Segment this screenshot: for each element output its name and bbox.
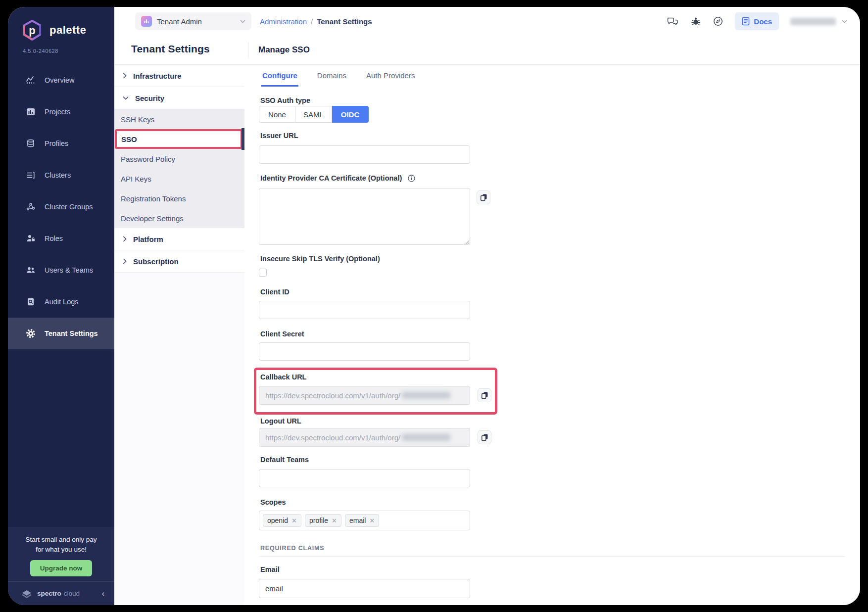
settings-item-developer-settings[interactable]: Developer Settings (114, 208, 244, 228)
scope-tag-label: profile (309, 517, 328, 524)
chat-icon[interactable] (667, 16, 679, 27)
default-teams-input[interactable] (259, 469, 470, 487)
tab-auth-providers[interactable]: Auth Providers (365, 65, 416, 87)
callback-url-placeholder: https://dev.spectrocloud.com/v1/auth/org… (265, 391, 400, 400)
sso-tabs: Configure Domains Auth Providers (261, 65, 416, 87)
scope-tag-label: openid (267, 517, 288, 524)
doc-search-icon (26, 297, 36, 307)
logout-url-input: https://dev.spectrocloud.com/v1/auth/org… (259, 428, 470, 447)
info-icon[interactable] (408, 175, 415, 182)
breadcrumb-separator: / (311, 17, 313, 26)
breadcrumb: Administration / Tenant Settings (260, 17, 372, 26)
copy-icon (481, 391, 488, 399)
ca-certificate-textarea[interactable] (259, 188, 470, 245)
skip-tls-label: Insecure Skip TLS Verify (Optional) (260, 255, 380, 263)
scope-tag-profile: profile✕ (305, 514, 341, 527)
settings-group-subscription[interactable]: Subscription (114, 250, 244, 273)
sidebar-item-users-teams[interactable]: Users & Teams (8, 254, 114, 286)
sidebar-item-label: Roles (45, 235, 63, 242)
scope-tag-label: email (349, 517, 366, 524)
scope-selector[interactable]: Tenant Admin (135, 12, 251, 30)
upgrade-now-button[interactable]: Upgrade now (30, 560, 93, 576)
settings-item-sso[interactable]: SSO (115, 129, 242, 149)
sidebar-item-roles[interactable]: Roles (8, 223, 114, 254)
manage-sso-panel: Configure Domains Auth Providers SSO Aut… (244, 65, 860, 605)
tenant-scope-icon (141, 16, 152, 27)
remove-tag-icon[interactable]: ✕ (291, 517, 297, 524)
docs-button[interactable]: Docs (735, 12, 779, 30)
sidebar-collapse-icon[interactable]: ‹ (102, 589, 104, 598)
settings-group-label: Infrastructure (133, 72, 182, 80)
chevron-down-icon (240, 20, 245, 23)
sidebar-item-label: Users & Teams (45, 266, 93, 274)
callback-url-redacted (402, 392, 450, 399)
issuer-url-label: Issuer URL (260, 132, 298, 140)
user-account-menu[interactable] (790, 18, 847, 25)
logout-url-label: Logout URL (260, 417, 301, 425)
sidebar-item-label: Clusters (45, 171, 71, 179)
sidebar-item-cluster-groups[interactable]: Cluster Groups (8, 191, 114, 223)
section-divider (259, 556, 845, 557)
sidebar-item-label: Cluster Groups (45, 203, 93, 211)
database-icon (26, 139, 36, 148)
auth-type-oidc-button[interactable]: OIDC (332, 106, 369, 123)
logout-url-redacted (402, 434, 450, 441)
client-id-label: Client ID (260, 288, 289, 296)
footer-brand: spectro (37, 590, 61, 597)
page-title: Tenant Settings (131, 43, 210, 55)
tab-configure[interactable]: Configure (261, 65, 298, 87)
auth-type-none-button[interactable]: None (259, 106, 295, 123)
client-secret-input[interactable] (259, 342, 470, 361)
sidebar-item-tenant-settings[interactable]: Tenant Settings (8, 318, 114, 349)
bug-report-icon[interactable] (690, 16, 701, 27)
remove-tag-icon[interactable]: ✕ (332, 517, 337, 524)
callback-url-input: https://dev.spectrocloud.com/v1/auth/org… (259, 386, 470, 405)
compass-icon[interactable] (713, 16, 723, 27)
list-icon (26, 170, 36, 180)
sidebar-item-label: Overview (45, 76, 74, 84)
copy-logout-url-button[interactable] (478, 430, 491, 444)
issuer-url-input[interactable] (259, 145, 470, 164)
line-chart-icon (26, 75, 36, 85)
settings-group-security[interactable]: Security (114, 87, 244, 109)
user-name-redacted (790, 18, 836, 25)
upgrade-banner: Start small and only pay for what you us… (8, 527, 114, 581)
settings-item-label: Password Policy (121, 155, 175, 163)
client-id-input[interactable] (259, 301, 470, 319)
gear-icon (26, 329, 36, 338)
settings-group-platform[interactable]: Platform (114, 228, 244, 250)
footer-brand-suffix: cloud (64, 590, 80, 597)
breadcrumb-administration[interactable]: Administration (260, 17, 307, 26)
sidebar-item-clusters[interactable]: Clusters (8, 159, 114, 191)
remove-tag-icon[interactable]: ✕ (369, 517, 375, 524)
scope-selector-label: Tenant Admin (157, 17, 202, 26)
sidebar-footer: spectro cloud ‹ (8, 581, 114, 605)
copy-icon (481, 433, 488, 441)
settings-item-registration-tokens[interactable]: Registration Tokens (114, 188, 244, 208)
sidebar-item-projects[interactable]: Projects (8, 96, 114, 128)
brand-logo: p palette (8, 7, 114, 42)
settings-item-ssh-keys[interactable]: SSH Keys (114, 109, 244, 129)
settings-item-api-keys[interactable]: API Keys (114, 169, 244, 188)
settings-item-password-policy[interactable]: Password Policy (114, 149, 244, 169)
copy-ca-certificate-button[interactable] (477, 190, 490, 204)
sidebar-item-overview[interactable]: Overview (8, 64, 114, 96)
page-header: Tenant Settings Manage SSO (114, 36, 860, 65)
copy-callback-url-button[interactable] (478, 388, 491, 402)
sidebar-item-label: Tenant Settings (45, 330, 98, 337)
sidebar-item-profiles[interactable]: Profiles (8, 128, 114, 159)
app-window: p palette 4.5.0-240628 Overview Projects… (8, 7, 860, 605)
scopes-input[interactable]: openid✕ profile✕ email✕ (259, 511, 470, 530)
email-claim-input[interactable] (259, 579, 470, 598)
person-lock-icon (26, 234, 36, 243)
docs-button-label: Docs (754, 17, 772, 26)
logout-url-placeholder: https://dev.spectrocloud.com/v1/auth/org… (265, 433, 400, 442)
settings-group-infrastructure[interactable]: Infrastructure (114, 65, 244, 87)
sidebar-item-audit-logs[interactable]: Audit Logs (8, 286, 114, 318)
auth-type-saml-button[interactable]: SAML (295, 106, 332, 123)
skip-tls-checkbox[interactable] (259, 269, 267, 277)
ca-certificate-label-text: Identity Provider CA Certificate (Option… (260, 174, 402, 182)
scopes-label: Scopes (260, 498, 286, 506)
tab-domains[interactable]: Domains (316, 65, 347, 87)
sidebar-nav: Overview Projects Profiles Clusters Clus… (8, 64, 114, 349)
